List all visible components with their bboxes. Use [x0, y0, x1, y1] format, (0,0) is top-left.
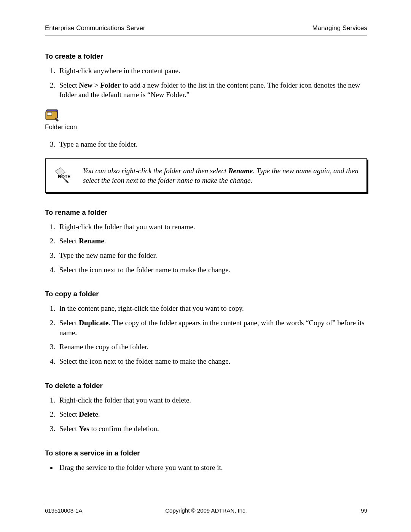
folder-icon-caption: Folder icon	[45, 123, 367, 131]
heading-create-folder: To create a folder	[45, 52, 367, 61]
footer-copyright: Copyright © 2009 ADTRAN, Inc.	[45, 507, 367, 514]
folder-icon	[45, 107, 367, 122]
footer-doc-number: 619510003-1A	[45, 507, 82, 514]
text-bold: Delete	[79, 410, 98, 418]
steps-create-folder-cont: Type a name for the folder.	[45, 139, 367, 149]
list-item: Select Delete.	[57, 409, 367, 419]
note-box: NOTE You can also right-click the folder…	[45, 158, 367, 193]
heading-rename-folder: To rename a folder	[45, 208, 367, 217]
text: Select	[59, 410, 79, 418]
list-item: Select New > Folder to add a new folder …	[57, 80, 367, 100]
list-item: Right-click the folder that you want to …	[57, 222, 367, 232]
text: to confirm the deletion.	[89, 425, 159, 433]
text: Select	[59, 319, 79, 327]
header-right: Managing Services	[312, 24, 367, 32]
list-item: Select Rename.	[57, 236, 367, 246]
text: Select	[59, 237, 79, 245]
folder-icon-block: Folder icon	[45, 107, 367, 131]
text: .	[104, 237, 106, 245]
list-item: Select Duplicate. The copy of the folder…	[57, 318, 367, 337]
heading-copy-folder: To copy a folder	[45, 290, 367, 298]
text: .	[98, 410, 100, 418]
list-item: Type a name for the folder.	[57, 139, 367, 149]
text-bold: Rename	[79, 237, 104, 245]
list-item: Rename the copy of the folder.	[57, 342, 367, 352]
note-text: You can also right-click the folder and …	[83, 166, 360, 185]
text-bold: Yes	[79, 425, 89, 433]
svg-rect-2	[47, 112, 52, 115]
running-footer: 619510003-1A Copyright © 2009 ADTRAN, In…	[45, 504, 367, 514]
note-icon: NOTE	[54, 166, 72, 185]
text-bold: New > Folder	[79, 81, 121, 89]
list-item: Right-click the folder that you want to …	[57, 395, 367, 405]
list-item: Select the icon next to the folder name …	[57, 356, 367, 366]
text: You can also right-click the folder and …	[83, 167, 228, 175]
heading-delete-folder: To delete a folder	[45, 382, 367, 390]
heading-store-service: To store a service in a folder	[45, 449, 367, 457]
running-header: Enterprise Communications Server Managin…	[45, 24, 367, 35]
list-item: Type the new name for the folder.	[57, 251, 367, 260]
footer-page-number: 99	[361, 507, 367, 514]
list-item: Select the icon next to the folder name …	[57, 265, 367, 275]
list-item: In the content pane, right-click the fol…	[57, 304, 367, 313]
header-left: Enterprise Communications Server	[45, 24, 145, 32]
list-item: Select Yes to confirm the deletion.	[57, 424, 367, 434]
text-bold: Rename	[228, 167, 253, 175]
steps-copy-folder: In the content pane, right-click the fol…	[45, 304, 367, 366]
text-bold: Duplicate	[79, 319, 108, 327]
document-page: Enterprise Communications Server Managin…	[0, 0, 411, 532]
text: Select	[59, 425, 79, 433]
list-item: Right-click anywhere in the content pane…	[57, 66, 367, 76]
steps-delete-folder: Right-click the folder that you want to …	[45, 395, 367, 434]
steps-create-folder: Right-click anywhere in the content pane…	[45, 66, 367, 100]
steps-rename-folder: Right-click the folder that you want to …	[45, 222, 367, 275]
text: Select	[59, 81, 79, 89]
bullets-store-service: Drag the service to the folder where you…	[45, 463, 367, 473]
list-item: Drag the service to the folder where you…	[57, 463, 367, 473]
